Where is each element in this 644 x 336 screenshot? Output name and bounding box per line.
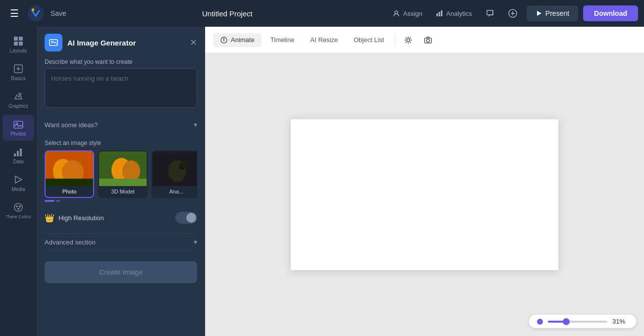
assign-icon [392, 9, 400, 17]
ideas-row[interactable]: Want some ideas? ▾ [45, 117, 197, 133]
sidebar-item-data[interactable]: Data [2, 143, 34, 168]
logo [27, 4, 45, 22]
high-res-label: High Resolution [58, 214, 104, 222]
svg-marker-9 [537, 11, 541, 16]
style-item-analog[interactable]: Ana... [152, 150, 197, 198]
camera-icon-button[interactable] [419, 31, 437, 49]
sidebar-item-label: Data [13, 159, 23, 164]
prompt-input[interactable] [45, 68, 197, 108]
photos-icon [13, 119, 24, 130]
high-res-left: 👑 High Resolution [45, 213, 104, 223]
ana-thumb-svg [153, 151, 197, 186]
data-icon [13, 146, 24, 157]
sidebar-icons: Layouts Basics Graphics Photos Data Medi… [0, 27, 37, 336]
svg-rect-10 [14, 37, 18, 41]
style-name-analog: Ana... [153, 186, 197, 197]
style-name-3d: 3D Model [99, 186, 147, 197]
app-header: ☰ Save Untitled Project Assign Analytics… [0, 0, 644, 27]
describe-label: Describe what you want to create [45, 58, 197, 65]
settings-icon-button[interactable] [399, 31, 417, 49]
header-actions: Assign Analytics Present Download [388, 4, 638, 22]
zoom-track[interactable] [548, 321, 607, 323]
style-item-3d[interactable]: 3D Model [98, 150, 148, 198]
svg-rect-38 [99, 179, 148, 186]
analog-thumbnail [153, 151, 197, 186]
animate-icon [220, 36, 228, 44]
svg-point-43 [223, 39, 225, 41]
canvas-area: 31% [205, 53, 644, 336]
panel-header-left: AI Image Generator [45, 34, 136, 51]
sidebar-item-basics[interactable]: Basics [2, 59, 34, 85]
style-item-photo[interactable]: Photo [45, 150, 94, 198]
close-panel-button[interactable]: ✕ [190, 38, 197, 47]
high-res-toggle[interactable] [175, 212, 197, 224]
svg-point-41 [178, 162, 186, 170]
svg-point-1 [32, 8, 34, 11]
toolbar-divider [395, 34, 395, 46]
create-image-button[interactable]: Create Image [45, 261, 197, 283]
right-area: Animate Timeline AI Resize Object List [205, 27, 644, 336]
menu-icon[interactable]: ☰ [6, 5, 23, 21]
sidebar-item-label: Media [11, 187, 25, 192]
sidebar-item-label: Basics [11, 76, 25, 81]
analytics-button[interactable]: Analytics [431, 7, 476, 19]
add-icon [508, 8, 518, 18]
sidebar-item-label: There Colors [5, 214, 31, 219]
graphics-icon [13, 91, 24, 102]
sidebar-item-label: Graphics [8, 103, 28, 109]
svg-marker-23 [15, 176, 22, 183]
ai-image-icon [49, 38, 58, 48]
sidebar-item-photos[interactable]: Photos [2, 115, 34, 141]
visme-logo-icon [27, 4, 45, 22]
tab-animate[interactable]: Animate [213, 33, 262, 47]
svg-point-25 [16, 205, 18, 207]
sidebar-item-theme-colors[interactable]: There Colors [2, 198, 34, 223]
svg-point-34 [61, 167, 64, 170]
svg-rect-18 [14, 121, 23, 128]
svg-point-0 [28, 5, 44, 21]
project-title: Untitled Project [70, 9, 384, 18]
advanced-section-row[interactable]: Advanced section ▾ [45, 234, 197, 250]
present-button[interactable]: Present [527, 5, 578, 21]
media-icon [13, 174, 24, 185]
download-button[interactable]: Download [583, 5, 638, 21]
zoom-control: 31% [529, 315, 636, 328]
svg-point-46 [427, 39, 429, 42]
svg-rect-22 [20, 148, 22, 156]
assign-button[interactable]: Assign [388, 7, 427, 19]
svg-point-44 [407, 39, 410, 42]
theme-colors-icon [13, 202, 24, 213]
tab-ai-resize[interactable]: AI Resize [303, 33, 345, 47]
add-button[interactable] [504, 4, 522, 22]
analytics-icon [435, 9, 443, 17]
svg-rect-5 [441, 10, 442, 16]
scroll-dot-1 [45, 200, 54, 202]
canvas-slide[interactable] [291, 119, 558, 270]
advanced-label: Advanced section [45, 239, 96, 246]
comment-button[interactable] [481, 4, 499, 22]
save-button[interactable]: Save [51, 9, 66, 17]
sidebar-item-layouts[interactable]: Layouts [2, 32, 34, 57]
sidebar-item-media[interactable]: Media [2, 170, 34, 196]
style-grid: Photo 3D Model [45, 150, 197, 198]
toolbar: Animate Timeline AI Resize Object List [205, 27, 644, 53]
sidebar-item-label: Layouts [9, 48, 27, 53]
svg-rect-33 [46, 179, 93, 186]
svg-point-27 [17, 208, 19, 210]
canvas-content [205, 53, 644, 336]
style-section: Select an image style Photo [45, 140, 197, 202]
sidebar-item-graphics[interactable]: Graphics [2, 87, 34, 113]
svg-rect-20 [14, 153, 16, 156]
basics-icon [13, 63, 24, 74]
svg-point-2 [395, 11, 398, 14]
tab-timeline[interactable]: Timeline [264, 33, 302, 47]
tab-object-list[interactable]: Object List [347, 33, 391, 47]
svg-point-24 [14, 203, 22, 211]
panel-title: AI Image Generator [67, 39, 136, 47]
comment-icon [485, 8, 495, 18]
settings-icon [404, 36, 413, 45]
svg-rect-13 [19, 42, 23, 46]
scroll-indicator [45, 200, 197, 202]
style-name-photo: Photo [46, 186, 93, 197]
zoom-thumb[interactable] [563, 318, 570, 325]
